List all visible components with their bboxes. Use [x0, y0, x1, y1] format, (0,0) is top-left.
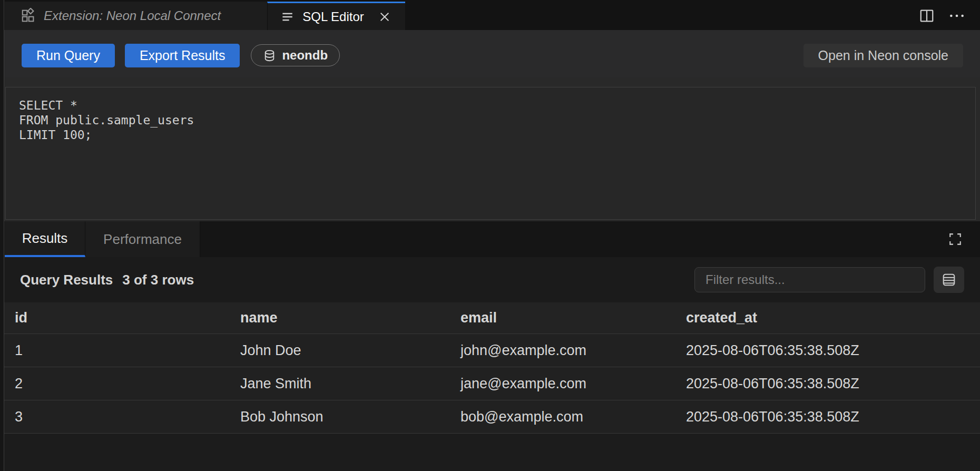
tab-performance[interactable]: Performance — [85, 221, 200, 257]
filter-results-input[interactable] — [694, 267, 925, 292]
table-cell: jane@example.com — [460, 376, 686, 392]
tab-label: Results — [22, 230, 68, 247]
column-header-name[interactable]: name — [240, 310, 460, 326]
run-query-button[interactable]: Run Query — [22, 44, 115, 67]
more-actions-icon[interactable] — [948, 8, 965, 24]
table-cell: 2 — [0, 376, 240, 392]
results-tab-bar: Results Performance — [0, 221, 980, 257]
row-count: 3 of 3 rows — [122, 272, 194, 288]
table-view-button[interactable] — [934, 267, 964, 293]
query-results-bar: Query Results 3 of 3 rows — [0, 257, 980, 302]
sql-code[interactable]: SELECT * FROM public.sample_users LIMIT … — [6, 87, 975, 142]
results-tab-spacer — [200, 221, 948, 257]
table-rows-icon — [941, 272, 957, 288]
table-body: 1John Doejohn@example.com2025-08-06T06:3… — [0, 334, 980, 434]
tab-label: Extension: Neon Local Connect — [44, 8, 221, 23]
table-row[interactable]: 3Bob Johnsonbob@example.com2025-08-06T06… — [0, 400, 980, 434]
table-cell: Jane Smith — [240, 376, 460, 392]
tab-bar-spacer — [405, 2, 919, 30]
panel-left-edge — [0, 0, 4, 471]
tab-label: SQL Editor — [302, 9, 364, 24]
column-header-email[interactable]: email — [460, 310, 686, 326]
tab-extension-neon-local-connect[interactable]: Extension: Neon Local Connect — [5, 2, 267, 30]
table-cell: 2025-08-06T06:35:38.508Z — [686, 376, 980, 392]
table-header-row: idnameemailcreated_at — [0, 302, 980, 334]
database-selector[interactable]: neondb — [251, 44, 340, 66]
extensions-icon — [21, 8, 36, 24]
column-header-id[interactable]: id — [0, 310, 240, 326]
table-cell: bob@example.com — [460, 409, 686, 425]
close-icon[interactable] — [377, 9, 393, 25]
table-cell: 3 — [0, 409, 240, 425]
database-name: neondb — [282, 48, 328, 63]
tab-results[interactable]: Results — [5, 221, 85, 257]
tab-sql-editor[interactable]: SQL Editor — [267, 2, 405, 30]
table-cell: Bob Johnson — [240, 409, 460, 425]
open-neon-console-button[interactable]: Open in Neon console — [803, 44, 963, 67]
database-icon — [263, 48, 276, 63]
table-row[interactable]: 2Jane Smithjane@example.com2025-08-06T06… — [0, 367, 980, 400]
table-footer-area — [0, 434, 980, 471]
column-header-created_at[interactable]: created_at — [686, 310, 980, 326]
export-results-button[interactable]: Export Results — [125, 44, 240, 67]
table-row[interactable]: 1John Doejohn@example.com2025-08-06T06:3… — [0, 334, 980, 367]
split-editor-icon[interactable] — [919, 8, 935, 24]
table-cell: 1 — [0, 342, 240, 359]
table-cell: john@example.com — [460, 342, 686, 359]
table-cell: 2025-08-06T06:35:38.508Z — [686, 409, 980, 425]
editor-container: SELECT * FROM public.sample_users LIMIT … — [0, 77, 980, 221]
query-results-title: Query Results — [20, 272, 113, 288]
list-icon — [280, 9, 295, 24]
query-toolbar: Run Query Export Results neondb Open in … — [0, 30, 980, 77]
table-cell: John Doe — [240, 342, 460, 359]
table-cell: 2025-08-06T06:35:38.508Z — [686, 342, 980, 359]
editor-tab-bar: Extension: Neon Local Connect SQL Editor — [0, 0, 980, 30]
sql-editor[interactable]: SELECT * FROM public.sample_users LIMIT … — [5, 87, 976, 220]
expand-icon[interactable] — [948, 232, 962, 246]
tab-label: Performance — [103, 231, 182, 248]
